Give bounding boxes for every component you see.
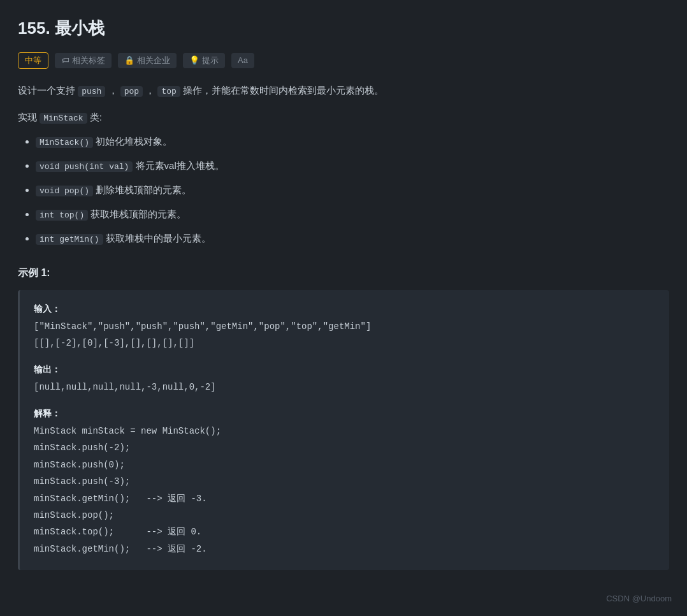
explain-label: 解释： [34, 406, 655, 420]
method-push-desc: 将元素val推入堆栈。 [136, 160, 224, 171]
related-company-badge[interactable]: 🔒 相关企业 [118, 53, 177, 69]
list-item: MinStack() 初始化堆栈对象。 [36, 133, 669, 150]
output-line: [null,null,null,null,-3,null,0,-2] [34, 380, 655, 394]
related-tags-badge[interactable]: 🏷 相关标签 [55, 53, 112, 69]
input-line2: [[],[-2],[0],[-3],[],[],[],[]] [34, 336, 655, 350]
related-company-label: 相关企业 [137, 54, 170, 68]
desc-suffix: 操作，并能在常数时间内检索到最小元素的栈。 [183, 85, 384, 96]
explain-section: 解释： MinStack minStack = new MinStack(); … [34, 406, 655, 557]
method-getmin-desc: 获取堆栈中的最小元素。 [106, 233, 211, 244]
desc-comma2: ， [145, 85, 155, 96]
implement-label: 实现 MinStack 类: [18, 110, 669, 126]
min-stack-class: MinStack [40, 113, 87, 124]
font-label: Aa [238, 54, 248, 68]
op-push: push [78, 86, 105, 97]
explain-line-0: MinStack minStack = new MinStack(); [34, 424, 655, 438]
list-item: int top() 获取堆栈顶部的元素。 [36, 206, 669, 223]
method-getmin: int getMin() [36, 234, 103, 245]
desc-comma1: ， [108, 85, 118, 96]
explain-line-6: minStack.top(); --> 返回 0. [34, 525, 655, 539]
example-title: 示例 1: [18, 265, 669, 281]
explain-line-1: minStack.push(-2); [34, 441, 655, 455]
explain-line-5: minStack.pop(); [34, 508, 655, 522]
output-label: 输出： [34, 362, 655, 376]
list-item: void pop() 删除堆栈顶部的元素。 [36, 182, 669, 198]
font-badge[interactable]: Aa [231, 53, 254, 69]
input-line1: ["MinStack","push","push","push","getMin… [34, 319, 655, 334]
explain-line-4: minStack.getMin(); --> 返回 -3. [34, 492, 655, 506]
op-top: top [157, 86, 180, 97]
method-constructor: MinStack() [36, 137, 93, 148]
method-top: int top() [36, 210, 88, 221]
lock-icon: 🔒 [124, 54, 134, 68]
method-pop-desc: 删除堆栈顶部的元素。 [96, 184, 191, 195]
description: 设计一个支持 push ， pop ， top 操作，并能在常数时间内检索到最小… [18, 82, 669, 99]
methods-list: MinStack() 初始化堆栈对象。 void push(int val) 将… [18, 133, 669, 247]
desc-prefix: 设计一个支持 [18, 85, 78, 96]
footer: CSDN @Undoom [606, 592, 672, 606]
example-section: 示例 1: 输入： ["MinStack","push","push","pus… [18, 265, 669, 570]
bulb-icon: 💡 [189, 54, 199, 68]
difficulty-badge[interactable]: 中等 [18, 52, 48, 70]
list-item: void push(int val) 将元素val推入堆栈。 [36, 158, 669, 174]
related-tags-label: 相关标签 [72, 54, 105, 68]
input-label: 输入： [34, 302, 655, 316]
explain-line-2: minStack.push(0); [34, 458, 655, 472]
example-box: 输入： ["MinStack","push","push","push","ge… [18, 290, 669, 570]
hint-label: 提示 [202, 54, 219, 68]
list-item: int getMin() 获取堆栈中的最小元素。 [36, 230, 669, 247]
input-section: 输入： ["MinStack","push","push","push","ge… [34, 302, 655, 351]
tag-icon: 🏷 [61, 54, 69, 68]
explain-line-7: minStack.getMin(); --> 返回 -2. [34, 542, 655, 556]
tags-row: 中等 🏷 相关标签 🔒 相关企业 💡 提示 Aa [18, 52, 669, 70]
hint-badge[interactable]: 💡 提示 [183, 53, 225, 69]
page-title: 155. 最小栈 [18, 15, 669, 42]
output-section: 输出： [null,null,null,null,-3,null,0,-2] [34, 362, 655, 395]
implement-text: 实现 [18, 112, 40, 122]
explain-line-3: minStack.push(-3); [34, 474, 655, 488]
method-constructor-desc: 初始化堆栈对象。 [96, 136, 172, 147]
method-push: void push(int val) [36, 161, 133, 172]
method-top-desc: 获取堆栈顶部的元素。 [90, 209, 186, 219]
implement-colon: 类: [90, 112, 102, 122]
method-pop: void pop() [36, 186, 93, 196]
op-pop: pop [120, 86, 143, 97]
